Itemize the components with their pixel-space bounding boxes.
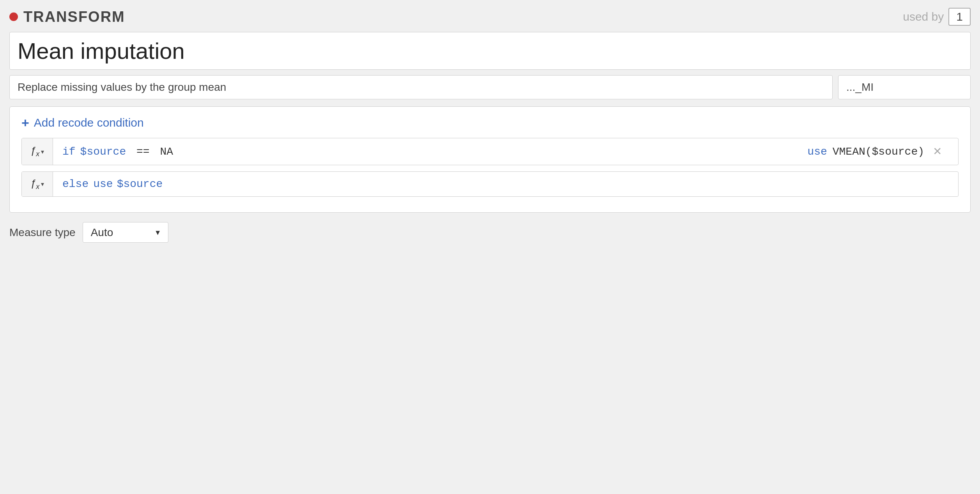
source-var-1: $source [80,146,126,158]
plus-icon: + [21,116,29,129]
fx-symbol-2: ƒx [30,177,39,191]
fx-button-1[interactable]: ƒx ▾ [22,138,53,165]
measure-type-label: Measure type [9,226,76,239]
use-keyword-2: use [93,178,113,190]
remove-condition-1-button[interactable]: ✕ [930,145,945,159]
condition-2-content: else use $source [53,172,958,196]
title-input[interactable] [18,38,962,64]
measure-type-row: Measure type Auto Nominal Ordinal Contin… [9,222,971,243]
title-field-wrapper [9,32,971,70]
transform-title: TRANSFORM [23,9,125,25]
condition-1-content: if $source == NA use VMEAN($source) ✕ [53,138,958,165]
condition-1-right: use VMEAN($source) ✕ [807,145,949,159]
code-field-wrapper [838,75,971,99]
used-by-area: used by 1 [903,8,971,26]
remove-icon-1: ✕ [933,146,942,157]
source-var-2: $source [117,178,163,190]
measure-type-select-wrapper: Auto Nominal Ordinal Continuous ▼ [83,222,168,243]
fx-chevron-1: ▾ [41,148,44,155]
operator-1: == [130,146,156,158]
used-by-count: 1 [948,8,971,26]
add-recode-condition-button[interactable]: + Add recode condition [21,116,144,129]
conditions-box: + Add recode condition ƒx ▾ if $source =… [9,106,971,213]
description-field-wrapper [9,75,833,99]
used-by-label: used by [903,10,944,23]
condition-row-1: ƒx ▾ if $source == NA use VMEAN($source)… [21,138,959,165]
add-condition-label: Add recode condition [34,116,144,129]
measure-type-select[interactable]: Auto Nominal Ordinal Continuous [83,222,168,243]
code-input[interactable] [846,81,962,94]
value-na: NA [160,146,173,158]
transform-label: TRANSFORM [9,9,125,25]
desc-code-row [9,75,971,99]
else-keyword: else [62,178,88,190]
header-row: TRANSFORM used by 1 [9,8,971,26]
function-text-1: VMEAN($source) [833,146,924,158]
fx-button-2[interactable]: ƒx ▾ [22,172,53,196]
fx-symbol-1: ƒx [30,145,39,158]
condition-row-2: ƒx ▾ else use $source [21,171,959,197]
use-keyword-1: use [807,146,827,158]
status-dot [9,12,18,21]
if-keyword: if [62,146,76,158]
fx-chevron-2: ▾ [41,180,44,188]
description-input[interactable] [18,81,824,94]
